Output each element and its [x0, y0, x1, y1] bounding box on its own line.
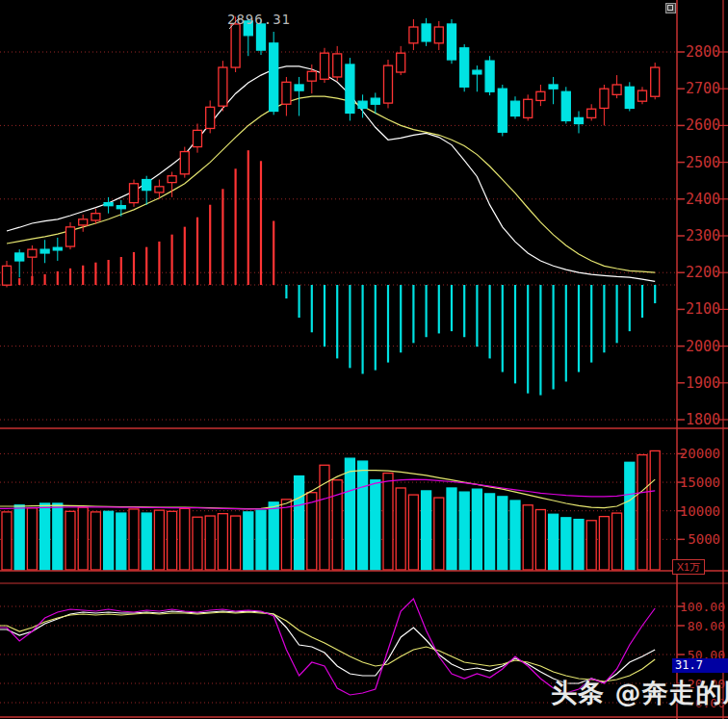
volume-bar	[27, 508, 37, 570]
volume-bar	[269, 502, 278, 570]
volume-bar	[586, 521, 596, 570]
candle	[409, 27, 418, 43]
candle	[524, 99, 533, 117]
volume-bar	[422, 491, 431, 570]
volume-bar	[142, 513, 151, 570]
candle	[612, 85, 621, 94]
candle	[460, 48, 469, 87]
volume-bar	[510, 501, 520, 570]
stock-chart-window: 2800270026002500240023002200210020001900…	[0, 0, 728, 719]
candle	[206, 107, 215, 128]
volume-bar	[320, 465, 329, 570]
indicator-value-badge: 31.7	[672, 658, 728, 673]
volume-bar	[561, 518, 571, 570]
volume-bar	[78, 507, 88, 570]
candle	[91, 214, 100, 220]
volume-bar	[14, 505, 24, 570]
volume-bar	[104, 511, 114, 570]
candle	[549, 85, 558, 89]
candle	[625, 87, 634, 108]
window-restore-icon[interactable]	[665, 3, 676, 13]
candle	[155, 187, 164, 193]
candle	[397, 53, 405, 72]
volume-axis-label: 10000	[680, 503, 720, 519]
candle	[422, 24, 430, 41]
volume-axis-label: 20000	[680, 446, 720, 461]
candle	[358, 101, 367, 108]
candle	[333, 54, 342, 77]
volume-bar	[154, 510, 164, 570]
candle	[371, 98, 379, 104]
candle	[307, 71, 316, 81]
candle	[257, 24, 266, 50]
candle	[219, 67, 227, 106]
volume-axis-label: 5000	[688, 531, 720, 547]
volume-bar	[472, 489, 481, 570]
candle	[53, 247, 62, 250]
volume-bar	[40, 503, 50, 570]
peak-price-label: 2896.31	[227, 12, 291, 27]
volume-bar	[447, 488, 456, 570]
candle	[473, 70, 481, 74]
volume-bar	[256, 510, 266, 570]
candle	[638, 90, 647, 101]
candle	[130, 184, 139, 203]
volume-bar	[637, 455, 647, 570]
volume-bar	[408, 495, 418, 570]
volume-bar	[358, 461, 368, 570]
volume-bar	[231, 516, 241, 570]
candle	[15, 253, 24, 261]
candle	[651, 67, 660, 96]
volume-bar	[307, 493, 317, 570]
candle	[28, 249, 37, 257]
volume-bar	[193, 517, 202, 570]
volume-bar	[612, 513, 622, 570]
candle	[143, 180, 151, 191]
price-axis-label: 2700	[686, 80, 720, 97]
candle	[384, 65, 393, 103]
volume-bar	[396, 488, 405, 570]
volume-bar	[574, 520, 584, 570]
volume-bar	[117, 513, 126, 570]
volume-bar	[91, 512, 100, 570]
watermark-text: 头条 @奔走的股票	[551, 676, 728, 710]
candle	[434, 27, 443, 43]
volume-bar	[498, 497, 507, 570]
volume-bar	[180, 508, 190, 570]
price-axis-label: 2600	[686, 116, 720, 134]
volume-bar	[599, 517, 609, 570]
candle	[321, 53, 329, 79]
price-axis-label: 2200	[686, 264, 720, 281]
volume-bar	[205, 516, 215, 570]
candle	[194, 130, 202, 146]
price-axis-label: 2500	[686, 154, 720, 171]
candle	[485, 61, 494, 91]
price-axis-label: 2400	[686, 191, 720, 208]
candle	[180, 152, 189, 174]
candle	[40, 249, 49, 253]
volume-bar	[281, 500, 291, 570]
volume-bar	[218, 514, 227, 570]
candle	[79, 219, 88, 225]
volume-bar	[485, 494, 495, 570]
volume-bar	[53, 503, 63, 570]
kdj-axis-label: 80.00	[688, 619, 725, 633]
candle	[66, 227, 75, 246]
candle	[282, 82, 291, 104]
price-axis-label: 2000	[686, 338, 720, 355]
volume-bar	[295, 476, 304, 570]
candle	[270, 43, 278, 112]
volume-bar	[244, 512, 253, 570]
volume-bar	[523, 505, 533, 570]
volume-bar	[129, 509, 139, 570]
volume-bar	[434, 498, 444, 570]
volume-axis-label: 15000	[680, 475, 720, 490]
volume-bar	[371, 480, 380, 570]
chart-canvas[interactable]: 2800270026002500240023002200210020001900…	[0, 0, 728, 719]
price-axis-label: 2800	[686, 43, 720, 61]
price-axis-label: 2300	[686, 227, 720, 244]
volume-bar	[65, 511, 75, 570]
candle	[536, 91, 545, 100]
candle	[498, 89, 507, 132]
volume-unit-label: X1万	[672, 559, 705, 575]
